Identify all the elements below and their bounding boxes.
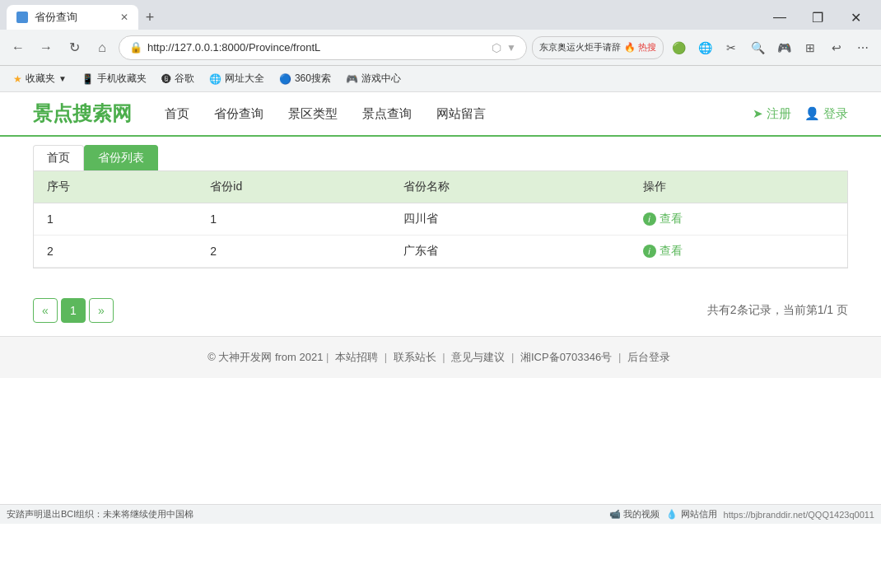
login-button[interactable]: 👤 登录	[804, 106, 848, 122]
col-id: 省份id	[197, 171, 389, 203]
bookmark-label: 网址大全	[225, 72, 264, 86]
close-button[interactable]: ✕	[837, 5, 874, 30]
status-url: https://bjbranddir.net/QQQ1423q0011	[724, 510, 874, 520]
new-tab-button[interactable]: +	[138, 6, 161, 29]
home-button[interactable]: ⌂	[91, 36, 114, 59]
cell-name: 四川省	[390, 203, 630, 236]
hot-badge: 🔥 热搜	[624, 41, 656, 54]
extension-btn-5[interactable]: 🎮	[772, 36, 795, 59]
extension-btn-7[interactable]: ↩	[825, 36, 848, 59]
breadcrumb-home[interactable]: 首页	[33, 145, 84, 170]
col-name: 省份名称	[390, 171, 630, 203]
status-icon-network: 💧 网站信用	[666, 508, 716, 520]
page-info: 共有2条记录，当前第1/1 页	[707, 303, 848, 318]
register-button[interactable]: ➤ 注册	[753, 106, 791, 122]
nav-message[interactable]: 网站留言	[436, 106, 486, 122]
star-icon: ★	[13, 73, 22, 85]
refresh-button[interactable]: ↻	[63, 36, 86, 59]
tab-close-button[interactable]: ✕	[120, 12, 128, 23]
minimize-button[interactable]: —	[761, 5, 799, 30]
bookmark-games[interactable]: 🎮 游戏中心	[339, 69, 408, 88]
cell-index: 2	[34, 236, 197, 268]
tab-bar: 省份查询 ✕ + — ❐ ✕	[0, 0, 881, 30]
address-bar[interactable]: 🔒 http://127.0.0.1:8000/Province/frontL …	[119, 35, 527, 60]
google-icon: 🅖	[161, 73, 171, 85]
site-nav: 首页 省份查询 景区类型 景点查询 网站留言	[165, 106, 753, 122]
page-content: 景点搜索网 首页 省份查询 景区类型 景点查询 网站留言 ➤ 注册 👤 登录 首…	[0, 92, 881, 504]
extensions-icon: ⬡	[492, 41, 501, 54]
nav-scenic[interactable]: 景点查询	[362, 106, 412, 122]
bookmark-favorites[interactable]: ★ 收藏夹 ▼	[7, 69, 73, 88]
footer-link-feedback[interactable]: 意见与建议	[451, 351, 505, 363]
footer-link-contact[interactable]: 联系站长	[394, 351, 436, 363]
status-icon-video: 📹 我的视频	[609, 508, 660, 520]
breadcrumb-area: 首页 省份列表	[0, 137, 881, 170]
footer-link-recruit[interactable]: 本站招聘	[335, 351, 378, 363]
nav-home[interactable]: 首页	[165, 106, 189, 122]
security-icon: 🔒	[129, 41, 142, 54]
bookmark-label: 谷歌	[175, 72, 194, 86]
browser-tools: 东京奥运火炬手请辞 🔥 热搜 🟢 🌐 ✂ 🔍 🎮 ⊞ ↩ ⋯	[532, 36, 874, 59]
site-logo: 景点搜索网	[33, 100, 132, 127]
cell-action: i 查看	[630, 236, 847, 268]
prev-page-button[interactable]: «	[33, 298, 58, 323]
footer-link-admin[interactable]: 后台登录	[627, 351, 670, 363]
dropdown-icon[interactable]: ▼	[506, 42, 516, 54]
bookmark-mobile[interactable]: 📱 手机收藏夹	[75, 69, 153, 88]
forward-button[interactable]: →	[35, 36, 58, 59]
bookmark-label: 游戏中心	[361, 72, 401, 86]
breadcrumb-province-list[interactable]: 省份列表	[84, 145, 158, 170]
search-text: 东京奥运火炬手请辞	[539, 41, 621, 54]
status-message: 安踏声明退出BCI组织：未来将继续使用中国棉	[7, 509, 193, 519]
tab-favicon	[16, 12, 28, 23]
table-body: 1 1 四川省 i 查看 2 2 广东省	[34, 203, 847, 268]
register-icon: ➤	[753, 106, 763, 120]
bookmark-sites[interactable]: 🌐 网址大全	[203, 69, 271, 88]
province-table: 序号 省份id 省份名称 操作 1 1 四川省 i 查看	[34, 171, 847, 268]
tab-title: 省份查询	[35, 10, 77, 25]
navbar: ← → ↻ ⌂ 🔒 http://127.0.0.1:8000/Province…	[0, 30, 881, 66]
info-icon: i	[643, 245, 656, 258]
status-right: 📹 我的视频 💧 网站信用 https://bjbranddir.net/QQQ…	[609, 508, 874, 520]
url-text: http://127.0.0.1:8000/Province/frontL	[147, 41, 487, 54]
view-link-1[interactable]: i 查看	[643, 212, 834, 226]
extension-btn-4[interactable]: 🔍	[746, 36, 769, 59]
bookmark-label: 360搜索	[295, 72, 331, 86]
cell-action: i 查看	[630, 203, 847, 236]
extension-btn-6[interactable]: ⊞	[799, 36, 822, 59]
bookmark-label: 手机收藏夹	[97, 72, 147, 86]
bookmark-360[interactable]: 🔵 360搜索	[273, 69, 338, 88]
restore-button[interactable]: ❐	[799, 5, 837, 30]
chevron-icon: ▼	[58, 74, 67, 83]
extension-btn-3[interactable]: ✂	[720, 36, 743, 59]
bookmark-google[interactable]: 🅖 谷歌	[155, 69, 201, 88]
pagination-area: « 1 » 共有2条记录，当前第1/1 页	[0, 285, 881, 336]
bookmark-label: 收藏夹	[26, 72, 55, 86]
cell-index: 1	[34, 203, 197, 236]
nav-province[interactable]: 省份查询	[214, 106, 263, 122]
next-page-button[interactable]: »	[89, 298, 114, 323]
games-icon: 🎮	[346, 73, 358, 85]
current-page-button[interactable]: 1	[61, 298, 86, 323]
browser-chrome: 省份查询 ✕ + — ❐ ✕ ← → ↻ ⌂ 🔒 http://127.0.0.…	[0, 0, 881, 92]
back-button[interactable]: ←	[7, 36, 30, 59]
active-tab[interactable]: 省份查询 ✕	[7, 5, 138, 30]
table-row: 2 2 广东省 i 查看	[34, 236, 847, 268]
extension-btn-1[interactable]: 🟢	[667, 36, 690, 59]
nav-scenic-type[interactable]: 景区类型	[288, 106, 338, 122]
content-box: 序号 省份id 省份名称 操作 1 1 四川省 i 查看	[33, 170, 848, 268]
cell-name: 广东省	[390, 236, 630, 268]
mobile-icon: 📱	[82, 73, 94, 85]
view-link-2[interactable]: i 查看	[643, 244, 834, 259]
col-action: 操作	[630, 171, 847, 203]
footer-link-icp[interactable]: 湘ICP备0703346号	[520, 351, 612, 363]
sites-icon: 🌐	[209, 73, 221, 85]
menu-button[interactable]: ⋯	[851, 36, 874, 59]
extension-btn-2[interactable]: 🌐	[693, 36, 716, 59]
status-bar: 安踏声明退出BCI组织：未来将继续使用中国棉 📹 我的视频 💧 网站信用 htt…	[0, 504, 881, 524]
table-header: 序号 省份id 省份名称 操作	[34, 171, 847, 203]
site-header: 景点搜索网 首页 省份查询 景区类型 景点查询 网站留言 ➤ 注册 👤 登录	[0, 92, 881, 137]
col-index: 序号	[34, 171, 197, 203]
cell-id: 1	[197, 203, 389, 236]
search-button[interactable]: 东京奥运火炬手请辞 🔥 热搜	[532, 36, 664, 59]
